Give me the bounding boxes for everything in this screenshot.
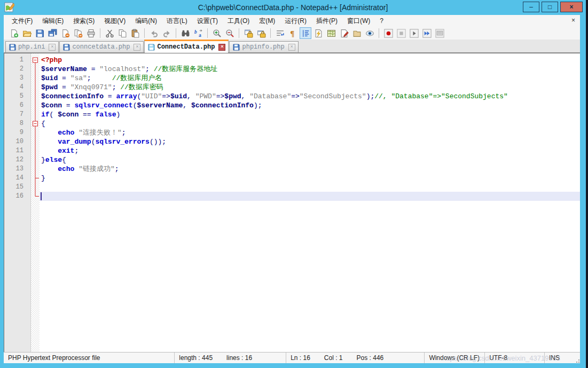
toolbar-separator xyxy=(176,28,176,38)
save-macro-icon[interactable] xyxy=(434,27,445,39)
tab-label: phpinfo.php xyxy=(242,43,284,51)
code-text-area[interactable]: <?php$serverName = "localhost"; //数据库服务器… xyxy=(40,53,580,352)
status-eol-format[interactable]: Windows (CR LF) xyxy=(425,353,485,363)
play-macro-icon[interactable] xyxy=(408,27,420,39)
sync-horizontal-scroll-icon[interactable] xyxy=(255,27,267,39)
fold-margin[interactable] xyxy=(31,53,40,352)
menu-item[interactable]: 插件(P) xyxy=(311,15,342,27)
saved-file-icon xyxy=(233,44,240,51)
code-line: var_dump(sqlsrv_errors()); xyxy=(40,137,580,146)
run-macro-multiple-icon[interactable] xyxy=(421,27,433,39)
svg-text:b: b xyxy=(194,29,197,35)
line-number: 8 xyxy=(4,119,30,128)
code-line: $pwd = "Xnqq0971"; //数据库密码 xyxy=(40,83,580,92)
client-area: 文件(F)编辑(E)搜索(S)视图(V)编码(N)语言(L)设置(T)工具(O)… xyxy=(4,15,580,363)
print-icon[interactable] xyxy=(85,27,97,39)
tab-conncetdata.php[interactable]: conncetdata.php× xyxy=(59,41,144,52)
screen: C:\phpweb\ConnectData.php - Notepad++ [A… xyxy=(0,0,588,368)
new-file-icon[interactable] xyxy=(8,27,20,39)
resize-grip[interactable] xyxy=(574,357,580,363)
line-number: 3 xyxy=(4,74,30,83)
replace-icon[interactable]: ba xyxy=(192,27,204,39)
menu-item[interactable]: 宏(M) xyxy=(254,15,280,27)
svg-text:a: a xyxy=(199,32,201,38)
undo-icon[interactable] xyxy=(148,27,160,39)
close-file-icon[interactable] xyxy=(59,27,71,39)
tab-php.ini[interactable]: php.ini× xyxy=(5,41,59,52)
open-file-icon[interactable] xyxy=(21,27,33,39)
paste-icon[interactable] xyxy=(129,27,141,39)
code-line: if( $conn == false) xyxy=(40,110,580,119)
record-macro-icon[interactable] xyxy=(382,27,394,39)
find-icon[interactable] xyxy=(179,27,191,39)
tab-close-icon[interactable]: × xyxy=(218,44,225,51)
toolbar-separator xyxy=(239,28,239,38)
menu-item[interactable]: 工具(O) xyxy=(223,15,254,27)
zoom-in-icon[interactable] xyxy=(211,27,223,39)
save-all-icon[interactable] xyxy=(46,27,58,39)
zoom-out-icon[interactable] xyxy=(224,27,236,39)
tab-ConnectData.php[interactable]: ConnectData.php× xyxy=(144,40,229,53)
menu-item[interactable]: 搜索(S) xyxy=(68,15,99,27)
code-line xyxy=(40,183,580,192)
toolbar-separator xyxy=(207,28,208,38)
copy-icon[interactable] xyxy=(116,27,128,39)
sync-vertical-scroll-icon[interactable] xyxy=(242,27,254,39)
menu-item[interactable]: 编码(N) xyxy=(130,15,162,27)
line-number: 6 xyxy=(4,101,30,110)
status-bar: PHP Hypertext Preprocessor file length :… xyxy=(4,352,580,363)
line-number: 4 xyxy=(4,83,30,92)
show-all-characters-icon[interactable]: ¶ xyxy=(287,27,299,39)
line-number: 1 xyxy=(4,56,30,65)
menu-item[interactable]: 运行(R) xyxy=(280,15,311,27)
document-map-icon[interactable] xyxy=(325,27,337,39)
line-number: 12 xyxy=(4,155,30,165)
menu-item[interactable]: 设置(T) xyxy=(192,15,223,27)
line-number-gutter: 12345678910111213141516 xyxy=(4,53,31,352)
tab-close-icon[interactable]: × xyxy=(49,44,56,51)
save-icon[interactable] xyxy=(34,27,45,39)
maximize-button[interactable]: □ xyxy=(542,2,558,12)
folder-as-workspace-icon[interactable] xyxy=(351,27,363,39)
toolbar-separator xyxy=(379,28,379,38)
editor: 12345678910111213141516 <?php$serverName… xyxy=(4,53,580,352)
menu-item[interactable]: 视图(V) xyxy=(99,15,130,27)
menu-item[interactable]: 窗口(W) xyxy=(342,15,375,27)
menu-item[interactable]: ? xyxy=(375,15,388,26)
status-position: Ln : 16Col : 1Pos : 446 xyxy=(286,353,425,363)
tab-close-icon[interactable]: × xyxy=(134,44,140,51)
cut-icon[interactable] xyxy=(104,27,115,39)
menu-item[interactable]: 编辑(E) xyxy=(37,15,68,27)
code-line: echo "连接失败！"; xyxy=(40,128,580,137)
function-list-icon[interactable] xyxy=(338,27,350,39)
title-bar: C:\phpweb\ConnectData.php - Notepad++ [A… xyxy=(0,0,586,15)
toolbar-separator xyxy=(144,28,145,38)
menu-item[interactable]: 文件(F) xyxy=(7,15,37,27)
file-monitoring-icon[interactable] xyxy=(364,27,375,39)
notepad-plus-plus-window: C:\phpweb\ConnectData.php - Notepad++ [A… xyxy=(0,0,586,368)
menu-item[interactable]: 语言(L) xyxy=(162,15,192,27)
close-document-icon[interactable]: × xyxy=(571,17,575,24)
word-wrap-icon[interactable] xyxy=(274,27,286,39)
notepad-plus-plus-icon[interactable] xyxy=(4,2,14,12)
close-all-icon[interactable] xyxy=(72,27,84,39)
stop-macro-icon[interactable] xyxy=(395,27,407,39)
tab-label: php.ini xyxy=(18,43,45,51)
tab-label: ConnectData.php xyxy=(157,43,215,51)
minimize-button[interactable]: – xyxy=(523,2,539,12)
tab-phpinfo.php[interactable]: phpinfo.php× xyxy=(229,41,298,52)
saved-file-icon xyxy=(9,44,16,51)
redo-icon[interactable] xyxy=(161,27,173,39)
code-line: $uid = "sa"; //数据库用户名 xyxy=(40,74,580,83)
status-length: length : 445lines : 16 xyxy=(175,353,286,363)
status-typing-mode[interactable]: INS xyxy=(545,353,580,363)
saved-file-icon xyxy=(148,44,155,51)
line-number: 2 xyxy=(4,65,30,74)
code-line: { xyxy=(40,119,580,128)
close-button[interactable]: × xyxy=(560,2,583,12)
user-define-dialog-icon[interactable] xyxy=(312,27,324,39)
tab-close-icon[interactable]: × xyxy=(288,44,295,51)
show-indent-guide-icon[interactable] xyxy=(300,27,311,39)
text-caret xyxy=(41,192,42,200)
status-encoding[interactable]: UTF-8 xyxy=(485,353,545,363)
